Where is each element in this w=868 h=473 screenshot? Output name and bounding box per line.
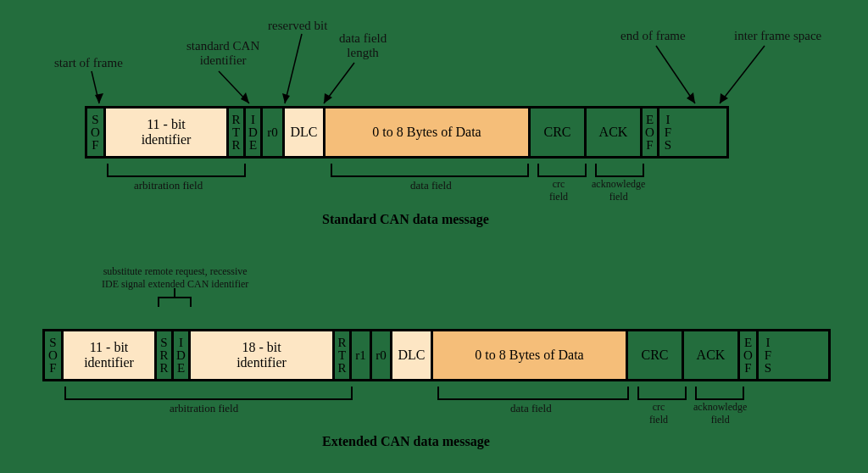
- caption-standard: Standard CAN data message: [322, 212, 489, 227]
- seg-ext-sof: SOF: [45, 331, 64, 379]
- seg-ext-crc: CRC: [628, 331, 684, 379]
- bracket-std-crc: [537, 164, 587, 177]
- extended-can-frame: SOF 11 - bit identifier SRR IDE 18 - bit…: [42, 329, 831, 381]
- label-std-ack: acknowledge field: [592, 178, 645, 203]
- label-std-data: data field: [410, 179, 452, 192]
- svg-marker-1: [95, 93, 103, 103]
- svg-line-6: [324, 63, 354, 103]
- svg-line-10: [720, 46, 765, 103]
- bracket-std-ack: [595, 164, 644, 177]
- label-ext-data: data field: [510, 402, 552, 415]
- label-ifs: inter frame space: [734, 29, 821, 43]
- bracket-std-data: [331, 164, 529, 177]
- bracket-ext-crc: [637, 387, 687, 400]
- bracket-srr-ide-stem: [174, 288, 175, 297]
- seg-std-rtr: RTR: [229, 109, 246, 156]
- seg-ext-eof: EOF: [740, 331, 759, 379]
- svg-line-0: [92, 71, 99, 103]
- seg-std-ack: ACK: [587, 109, 643, 156]
- seg-std-id11: 11 - bit identifier: [106, 109, 229, 156]
- standard-can-frame: SOF 11 - bit identifier RTR IDE r0 DLC 0…: [85, 106, 729, 159]
- seg-std-crc: CRC: [531, 109, 587, 156]
- seg-ext-rtr: RTR: [335, 331, 352, 379]
- label-ext-ack: acknowledge field: [693, 401, 747, 426]
- seg-ext-ide: IDE: [174, 331, 191, 379]
- seg-std-ifs: IFS: [659, 109, 676, 156]
- label-std-arb: arbitration field: [134, 179, 203, 192]
- svg-line-4: [285, 34, 302, 103]
- seg-ext-dlc: DLC: [392, 331, 433, 379]
- bracket-ext-data: [437, 387, 629, 400]
- svg-marker-3: [241, 92, 249, 103]
- seg-ext-r1: r1: [352, 331, 372, 379]
- bracket-std-arb: [107, 164, 246, 177]
- svg-marker-5: [282, 93, 290, 103]
- label-std-id: standard CAN identifier: [186, 39, 259, 68]
- svg-line-2: [219, 71, 249, 103]
- seg-ext-srr: SRR: [157, 331, 174, 379]
- seg-std-eof: EOF: [643, 109, 659, 156]
- seg-ext-r0: r0: [372, 331, 392, 379]
- seg-std-dlc: DLC: [285, 109, 326, 156]
- svg-marker-9: [687, 92, 695, 103]
- label-ext-arb: arbitration field: [170, 402, 238, 415]
- diagram-root: start of frame standard CAN identifier r…: [0, 0, 868, 473]
- seg-std-data: 0 to 8 Bytes of Data: [326, 109, 531, 156]
- seg-ext-id11: 11 - bit identifier: [64, 331, 157, 379]
- label-ext-crc: crc field: [649, 401, 668, 426]
- seg-ext-ifs: IFS: [759, 331, 777, 379]
- seg-ext-id18: 18 - bit identifier: [191, 331, 335, 379]
- label-eof: end of frame: [620, 29, 686, 43]
- seg-std-r0: r0: [263, 109, 285, 156]
- svg-marker-11: [720, 93, 728, 103]
- bracket-ext-ack: [695, 387, 744, 400]
- label-dlc: data field length: [339, 31, 387, 60]
- seg-std-ide: IDE: [246, 109, 263, 156]
- svg-line-8: [656, 46, 695, 103]
- label-sof: start of frame: [54, 56, 123, 70]
- seg-ext-ack: ACK: [684, 331, 740, 379]
- label-std-crc: crc field: [549, 178, 568, 203]
- bracket-ext-arb: [64, 387, 353, 400]
- bracket-srr-ide: [158, 297, 192, 307]
- label-srr-ide: substitute remote request, recessive IDE…: [102, 265, 248, 291]
- caption-extended: Extended CAN data message: [322, 434, 490, 449]
- label-reserved: reserved bit: [268, 19, 327, 33]
- seg-ext-data: 0 to 8 Bytes of Data: [433, 331, 628, 379]
- seg-std-sof: SOF: [87, 109, 106, 156]
- svg-marker-7: [324, 93, 332, 103]
